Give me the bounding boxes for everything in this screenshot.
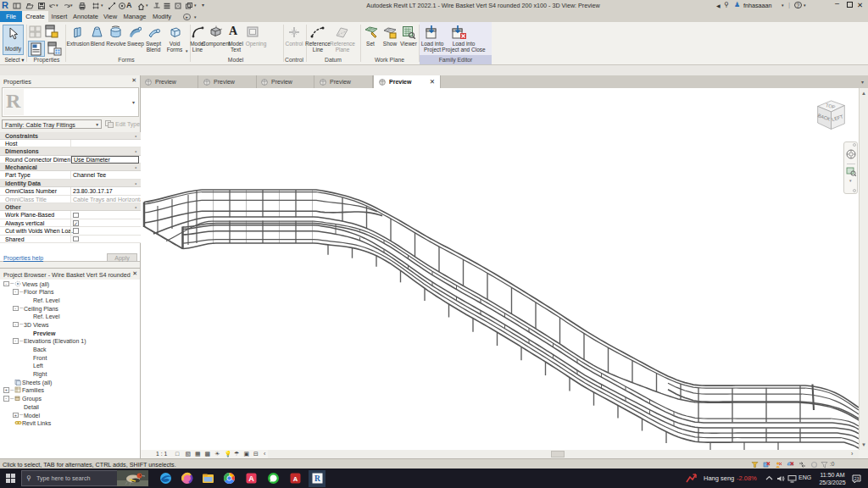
svg-text:R: R: [314, 474, 320, 483]
svg-text:A: A: [248, 474, 254, 483]
svg-text:23: 23: [854, 476, 859, 481]
svg-text:A: A: [293, 474, 298, 482]
